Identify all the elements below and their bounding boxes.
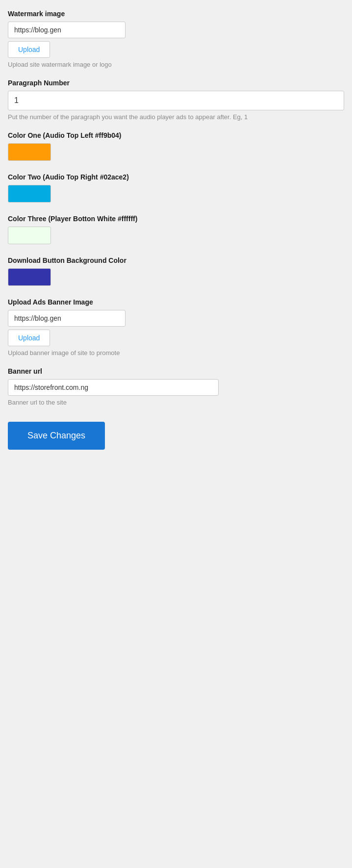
watermark-field-group: Watermark image Upload Upload site water…: [8, 10, 344, 68]
download-button-bg-field-group: Download Button Background Color: [8, 256, 344, 287]
paragraph-number-field-group: Paragraph Number Put the number of the p…: [8, 79, 344, 121]
paragraph-number-input[interactable]: [8, 91, 344, 110]
color-two-label: Color Two (Audio Top Right #02ace2): [8, 173, 344, 181]
watermark-hint: Upload site watermark image or logo: [8, 61, 344, 68]
ads-banner-hint: Upload banner image of site to promote: [8, 349, 344, 357]
color-one-swatch[interactable]: [8, 143, 51, 161]
ads-banner-field-group: Upload Ads Banner Image Upload Upload ba…: [8, 298, 344, 357]
save-changes-button[interactable]: Save Changes: [8, 422, 105, 450]
paragraph-number-hint: Put the number of the paragraph you want…: [8, 113, 344, 121]
banner-url-input[interactable]: [8, 379, 219, 396]
download-button-bg-swatch[interactable]: [8, 268, 51, 286]
color-three-swatch[interactable]: [8, 227, 51, 244]
paragraph-number-label: Paragraph Number: [8, 79, 344, 87]
banner-url-field-group: Banner url Banner url to the site: [8, 367, 344, 406]
color-one-field-group: Color One (Audio Top Left #ff9b04): [8, 131, 344, 162]
color-three-label: Color Three (Player Botton White #ffffff…: [8, 215, 344, 223]
ads-banner-upload-button[interactable]: Upload: [8, 330, 50, 346]
watermark-input[interactable]: [8, 22, 126, 38]
color-two-swatch[interactable]: [8, 185, 51, 203]
banner-url-label: Banner url: [8, 367, 344, 375]
save-changes-section: Save Changes: [8, 417, 344, 450]
color-three-field-group: Color Three (Player Botton White #ffffff…: [8, 215, 344, 246]
banner-url-hint: Banner url to the site: [8, 399, 344, 406]
color-one-label: Color One (Audio Top Left #ff9b04): [8, 131, 344, 139]
ads-banner-label: Upload Ads Banner Image: [8, 298, 344, 306]
color-two-field-group: Color Two (Audio Top Right #02ace2): [8, 173, 344, 204]
watermark-label: Watermark image: [8, 10, 344, 18]
ads-banner-input[interactable]: [8, 310, 126, 327]
download-button-bg-label: Download Button Background Color: [8, 256, 344, 264]
watermark-upload-button[interactable]: Upload: [8, 41, 50, 58]
